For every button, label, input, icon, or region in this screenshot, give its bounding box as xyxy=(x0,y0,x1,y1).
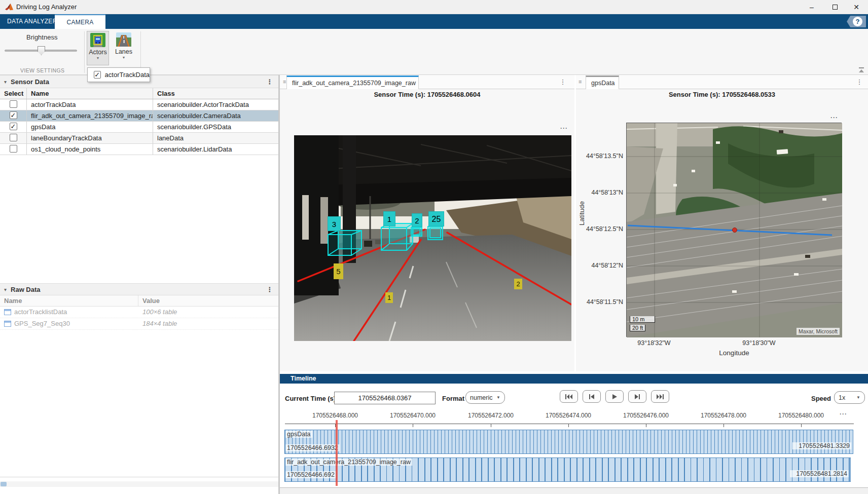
sensor-row-actortrackdata[interactable]: actorTrackDatascenariobuilder.ActorTrack… xyxy=(0,99,278,110)
camera-strip-handle-icon[interactable]: ≡ xyxy=(283,79,286,85)
hscrollbar-thumb[interactable] xyxy=(1,482,7,486)
toolbar-separator xyxy=(84,31,85,73)
left-panel-bottom-divider xyxy=(0,477,278,477)
table-icon xyxy=(4,309,11,315)
skip-to-end-button[interactable] xyxy=(651,390,669,403)
format-label: Format xyxy=(442,395,464,402)
raw-data-header[interactable]: ▾ Raw Data ⋮ xyxy=(0,283,278,295)
sensor-table-header: SelectNameClass xyxy=(0,88,278,99)
raw-data-kebab-icon[interactable]: ⋮ xyxy=(266,286,273,293)
actor-label-2: 2 xyxy=(412,213,422,227)
track-gps-name: gpsData xyxy=(285,431,312,438)
sensor-row-gpsdata[interactable]: ✓gpsDatascenariobuilder.GPSData xyxy=(0,122,278,133)
sensor-row-laneboundary[interactable]: laneBoundaryTrackDatalaneData xyxy=(0,133,278,144)
lanes-button[interactable]: Lanes ▾ xyxy=(113,31,135,65)
col-name: Name xyxy=(27,88,153,99)
camera-scene xyxy=(294,135,571,341)
gps-strip-handle-icon[interactable]: ≡ xyxy=(578,79,582,85)
map-view-ellipsis-icon[interactable]: ⋯ xyxy=(830,113,838,122)
axis-tick-5: 1705526478.000 xyxy=(701,412,746,419)
current-time-label: Current Time (s) xyxy=(285,395,336,402)
camera-image-view[interactable]: 3 1 2 25 5 1 2 xyxy=(294,135,571,341)
menu-item-actortrackdata[interactable]: actorTrackData xyxy=(105,71,150,79)
actors-dropdown-arrow-icon[interactable]: ▾ xyxy=(87,56,108,60)
gps-strip-kebab-icon[interactable]: ⋮ xyxy=(856,78,863,86)
lat-tick-2: 44°58'12.5"N xyxy=(581,225,623,233)
lat-tick-3: 44°58'12"N xyxy=(581,262,623,269)
lanes-dropdown-arrow-icon[interactable]: ▾ xyxy=(113,55,135,60)
timeline-track-gpsdata[interactable] xyxy=(284,430,853,454)
current-time-input[interactable] xyxy=(334,392,436,404)
latitude-axis-label: Latitude xyxy=(578,201,586,225)
left-panel-hscrollbar[interactable] xyxy=(0,481,278,487)
lat-tick-1: 44°58'13"N xyxy=(581,189,623,196)
row-checkbox[interactable] xyxy=(10,100,17,108)
row-checkbox[interactable]: ✓ xyxy=(10,123,17,130)
track-gps-end: 1705526481.3329 xyxy=(792,442,851,449)
sensor-row-lidar[interactable]: os1_cloud_node_pointsscenariobuilder.Lid… xyxy=(0,144,278,155)
map-scale-metric: 10 m xyxy=(630,316,655,323)
collapse-ribbon-button[interactable] xyxy=(858,67,865,73)
map-satellite-image xyxy=(627,123,842,337)
speed-label: Speed xyxy=(811,395,831,402)
actors-icon xyxy=(90,33,105,47)
minimize-button[interactable]: – xyxy=(800,0,823,14)
help-icon[interactable]: ? xyxy=(853,17,862,26)
camera-sensor-time: Sensor Time (s): 1705526468.0604 xyxy=(280,91,574,98)
close-button[interactable]: ✕ xyxy=(845,0,868,14)
toolbar-separator-2 xyxy=(140,31,141,73)
step-forward-button[interactable] xyxy=(628,390,646,403)
lane-label-1: 1 xyxy=(385,292,393,303)
app-logo-icon xyxy=(5,3,14,12)
skip-to-start-button[interactable] xyxy=(560,390,578,403)
actors-button-label: Actors xyxy=(87,49,108,56)
gps-doc-tab[interactable]: gpsData xyxy=(586,75,619,89)
map-view[interactable]: 10 m 20 ft Maxar, Microsoft xyxy=(626,123,842,337)
table-icon xyxy=(4,321,11,327)
camera-strip-kebab-icon[interactable]: ⋮ xyxy=(559,78,566,86)
brightness-label: Brightness xyxy=(26,33,57,41)
sensor-data-kebab-icon[interactable]: ⋮ xyxy=(266,78,273,86)
axis-tick-1: 1705526470.000 xyxy=(390,412,436,419)
timeline-playhead[interactable] xyxy=(336,420,338,486)
raw-row-gpsseg[interactable]: GPS_Seg7_Seq30184×4 table xyxy=(0,318,278,330)
timeline-bottom-strip xyxy=(280,488,868,494)
row-checkbox[interactable] xyxy=(10,134,17,141)
lanes-icon xyxy=(116,32,131,47)
axis-tick-6: 1705526480.000 xyxy=(778,412,824,419)
actors-button[interactable]: Actors ▾ xyxy=(87,31,109,65)
raw-data-title: Raw Data xyxy=(11,286,41,293)
sensor-data-collapse-icon[interactable]: ▾ xyxy=(4,79,7,85)
skip-to-end-icon xyxy=(656,394,664,400)
timeline-ruler-line xyxy=(285,424,854,424)
camera-view-ellipsis-icon[interactable]: ⋯ xyxy=(560,124,568,133)
camera-doc-tab[interactable]: flir_adk_out_camera_21355709_image_raw xyxy=(286,75,419,89)
track-gps-start: 1705526466.6932 xyxy=(285,444,340,451)
play-button[interactable] xyxy=(605,390,624,403)
speed-dropdown[interactable]: 1x ▼ xyxy=(834,391,865,404)
lanes-button-label: Lanes xyxy=(113,48,135,55)
actors-dropdown-menu: ✓ actorTrackData xyxy=(87,67,150,82)
format-dropdown[interactable]: numeric ▼ xyxy=(465,391,505,404)
step-back-button[interactable] xyxy=(583,390,601,403)
speed-dropdown-arrow-icon: ▼ xyxy=(856,395,860,400)
maximize-icon xyxy=(833,5,838,10)
tab-camera[interactable]: CAMERA xyxy=(55,14,105,29)
row-checkbox[interactable]: ✓ xyxy=(10,111,17,119)
skip-to-start-icon xyxy=(565,394,573,400)
menu-item-checkbox[interactable]: ✓ xyxy=(94,71,101,79)
lane-label-5: 5 xyxy=(334,263,343,279)
sensor-row-camera[interactable]: ✓flir_adk_out_camera_21355709_image_raws… xyxy=(0,110,278,122)
maximize-button[interactable] xyxy=(823,0,847,14)
map-attribution: Maxar, Microsoft xyxy=(797,328,840,335)
lat-tick-4: 44°58'11.5"N xyxy=(581,298,623,306)
raw-data-collapse-icon[interactable]: ▾ xyxy=(4,287,7,292)
col-class: Class xyxy=(153,88,278,99)
lon-tick-1: 93°18'30"W xyxy=(739,339,779,347)
timeline-ellipsis-icon[interactable]: ⋯ xyxy=(839,409,847,419)
row-checkbox[interactable] xyxy=(10,145,17,153)
raw-row-actortracklist[interactable]: actorTracklistData100×6 table xyxy=(0,307,278,318)
axis-tick-3: 1705526474.000 xyxy=(546,412,591,419)
axis-tick-0: 1705526468.000 xyxy=(312,412,358,419)
window-title: Driving Log Analyzer xyxy=(16,3,77,11)
